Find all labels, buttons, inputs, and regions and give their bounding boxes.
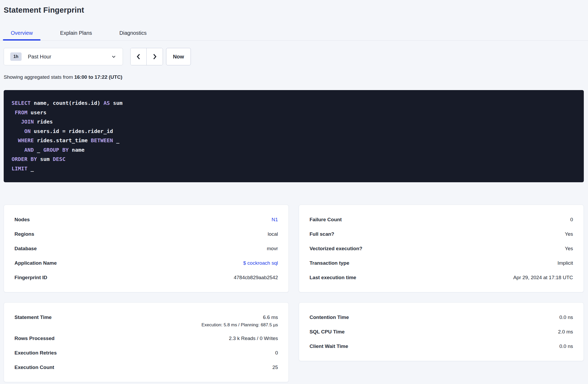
stat-row-contention-time: Contention Time 0.0 ns — [310, 310, 573, 324]
row-label: SQL CPU Time — [310, 329, 345, 335]
time-interval-dropdown[interactable]: 1h Past Hour — [4, 48, 123, 65]
chevron-right-icon — [152, 53, 158, 60]
stat-row-transaction-type: Transaction type Implicit — [310, 256, 573, 270]
row-label: Fingerprint ID — [14, 275, 47, 280]
stat-row-regions: Regions local — [14, 227, 278, 241]
row-value: Implicit — [557, 260, 573, 266]
sql-code-line: LIMIT _ — [12, 164, 576, 174]
stat-row-nodes: Nodes N1 — [14, 212, 278, 227]
row-value: Yes — [565, 231, 573, 237]
chevron-down-icon — [111, 54, 116, 59]
row-label: Statement Time — [14, 310, 52, 324]
stat-row-fingerprint-id: Fingerprint ID 4784cb829aab2542 — [14, 270, 278, 285]
stat-row-full-scan: Full scan? Yes — [310, 227, 573, 241]
row-value: 2.3 k Reads / 0 Writes — [229, 336, 278, 341]
card-statement-details: Nodes N1 Regions local Database movr App… — [4, 205, 289, 292]
sql-code-line: ON users.id = rides.rider_id — [12, 127, 576, 136]
tab-diagnostics-label: Diagnostics — [119, 30, 147, 36]
row-label: Application Name — [14, 260, 57, 266]
tab-explain-plans-label: Explain Plans — [60, 30, 92, 36]
page-title: Statement Fingerprint — [4, 5, 584, 15]
row-label: Contention Time — [310, 314, 349, 320]
row-label: Regions — [14, 231, 34, 237]
row-value: 0 — [275, 350, 278, 356]
application-name-link[interactable]: $ cockroach sql — [243, 260, 278, 266]
row-value: 0 — [570, 217, 573, 223]
aggregation-stats-text: Showing aggregated stats from 16:00 to 1… — [4, 74, 584, 80]
statement-fingerprint-page: Statement Fingerprint Overview Explain P… — [0, 0, 588, 382]
stat-row-execution-count: Execution Count 25 — [14, 360, 278, 375]
sql-code-line: WHERE rides.start_time BETWEEN _ — [12, 136, 576, 145]
tab-overview-label: Overview — [11, 30, 33, 36]
row-value: 0.0 ns — [559, 343, 573, 349]
interval-badge: 1h — [10, 52, 22, 61]
stat-row-execution-retries: Execution Retries 0 — [14, 346, 278, 360]
prev-time-button[interactable] — [131, 48, 147, 65]
stats-cards-grid: Nodes N1 Regions local Database movr App… — [4, 205, 584, 382]
row-label: Client Wait Time — [310, 343, 348, 349]
sql-code-line: AND _ GROUP BY name — [12, 145, 576, 155]
row-label: Vectorized execution? — [310, 246, 362, 252]
aggregation-stats-range: 16:00 to 17:22 (UTC) — [74, 74, 122, 80]
stat-row-sql-cpu-time: SQL CPU Time 2.0 ms — [310, 324, 573, 339]
stat-row-client-wait-time: Client Wait Time 0.0 ns — [310, 339, 573, 353]
stat-row-rows-processed: Rows Processed 2.3 k Reads / 0 Writes — [14, 331, 278, 346]
time-controls: 1h Past Hour Now — [4, 48, 584, 65]
statement-time-breakdown: Execution: 5.8 ms / Planning: 687.5 µs — [202, 322, 278, 331]
statement-time-values: 6.6 ms Execution: 5.8 ms / Planning: 687… — [202, 310, 278, 331]
sql-code-line: FROM users — [12, 108, 576, 117]
row-label: Database — [14, 246, 37, 252]
card-wait-times: Contention Time 0.0 ns SQL CPU Time 2.0 … — [299, 302, 584, 361]
row-value: Yes — [565, 246, 573, 252]
row-value: 25 — [272, 365, 278, 370]
card-timing-stats: Statement Time 6.6 ms Execution: 5.8 ms … — [4, 302, 289, 382]
time-interval-selected-value: Past Hour — [28, 54, 111, 60]
stat-row-database: Database movr — [14, 241, 278, 256]
time-window-arrows — [130, 48, 163, 65]
sql-code-line: ORDER BY sum DESC — [12, 155, 576, 164]
sql-code-line: SELECT name, count(rides.id) AS sum — [12, 99, 576, 108]
stat-row-last-execution-time: Last execution time Apr 29, 2024 at 17:1… — [310, 270, 573, 285]
aggregation-stats-prefix: Showing aggregated stats from — [4, 74, 73, 80]
chevron-left-icon — [136, 53, 141, 60]
stat-row-application-name: Application Name $ cockroach sql — [14, 256, 278, 270]
now-button[interactable]: Now — [166, 48, 191, 65]
nodes-link[interactable]: N1 — [272, 217, 278, 223]
next-time-button[interactable] — [147, 48, 163, 65]
row-value: movr — [267, 246, 278, 252]
sql-statement-box: SELECT name, count(rides.id) AS sum FROM… — [4, 90, 584, 182]
card-execution-attributes: Failure Count 0 Full scan? Yes Vectorize… — [299, 205, 584, 292]
row-value: 4784cb829aab2542 — [234, 275, 278, 280]
row-value: 2.0 ms — [558, 329, 573, 335]
row-value: local — [268, 231, 278, 237]
stat-row-statement-time: Statement Time 6.6 ms Execution: 5.8 ms … — [14, 310, 278, 331]
sql-code-line: JOIN rides — [12, 117, 576, 127]
tabs-bar: Overview Explain Plans Diagnostics — [0, 30, 588, 41]
stat-row-failure-count: Failure Count 0 — [310, 212, 573, 227]
row-label: Nodes — [14, 217, 30, 223]
row-label: Failure Count — [310, 217, 342, 223]
row-label: Rows Processed — [14, 336, 54, 341]
stat-row-vectorized-execution: Vectorized execution? Yes — [310, 241, 573, 256]
row-value: 0.0 ns — [559, 314, 573, 320]
row-label: Full scan? — [310, 231, 334, 237]
row-value: Apr 29, 2024 at 17:18 UTC — [513, 275, 573, 280]
row-label: Execution Count — [14, 365, 54, 370]
tab-overview[interactable]: Overview — [3, 30, 41, 40]
row-label: Transaction type — [310, 260, 349, 266]
tab-diagnostics[interactable]: Diagnostics — [112, 30, 155, 40]
tab-explain-plans[interactable]: Explain Plans — [52, 30, 100, 40]
row-label: Last execution time — [310, 275, 356, 280]
row-label: Execution Retries — [14, 350, 57, 356]
